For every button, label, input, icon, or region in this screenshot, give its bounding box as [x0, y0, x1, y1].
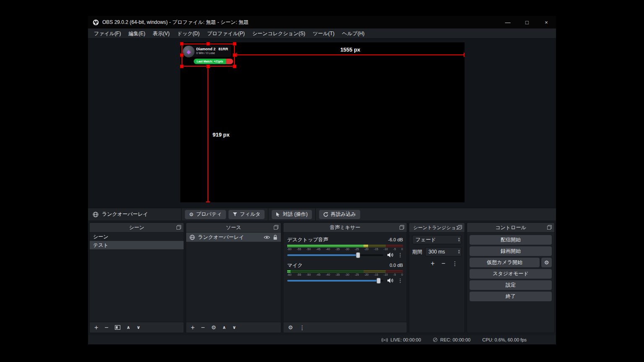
menu-item-view[interactable]: 表示(V) [149, 28, 173, 39]
dock-popout-icon[interactable] [400, 225, 404, 230]
virtual-camera-settings-button[interactable]: ⚙ [541, 258, 552, 267]
meter-scale: -60-55-50-45-40-35-30-25-20-15-10-50 [287, 248, 403, 251]
dock-area: シーン シーン テスト [88, 222, 556, 333]
remove-scene-button[interactable]: − [104, 324, 108, 331]
settings-button[interactable]: 設定 [470, 280, 552, 290]
resize-handle-bottom-left[interactable] [180, 65, 183, 68]
resize-handle-top-middle[interactable] [207, 42, 210, 45]
speaker-icon[interactable] [387, 278, 394, 283]
move-scene-down-button[interactable]: ∨ [137, 325, 140, 330]
width-guide-line [236, 54, 465, 55]
dock-popout-icon[interactable] [177, 225, 181, 230]
start-streaming-button[interactable]: 配信開始 [470, 235, 552, 245]
toolbar-divider [315, 208, 316, 220]
resize-handle-middle-right[interactable] [233, 54, 236, 57]
controls-dock: コントロール 配信開始 録画開始 仮想カメラ開始 ⚙ [467, 222, 555, 333]
transitions-dock-header[interactable]: シーントランジション [409, 223, 465, 233]
mixer-channel-mic: マイク 0.0 dB -60-55-50-45-40-35-30-25-20-1… [287, 262, 403, 283]
start-virtual-camera-button[interactable]: 仮想カメラ開始 [470, 258, 540, 267]
close-button[interactable]: × [537, 16, 556, 28]
scene-list-item[interactable]: シーン [90, 233, 184, 241]
channel-menu-button[interactable]: ⋮ [397, 278, 403, 283]
menu-item-file[interactable]: ファイル(F) [90, 28, 125, 39]
cpu-fps-status: CPU: 0.6%, 60.00 fps [482, 337, 527, 342]
remove-source-button[interactable]: − [201, 324, 205, 331]
gear-icon: ⚙ [189, 212, 194, 217]
resize-handle-middle-left[interactable] [180, 54, 183, 57]
interact-button[interactable]: 対話 (操作) [272, 210, 312, 219]
menu-item-edit[interactable]: 編集(E) [125, 28, 149, 39]
live-time: LIVE: 00:00:00 [390, 337, 421, 342]
studio-mode-button[interactable]: スタジオモード [470, 269, 552, 279]
channel-menu-button[interactable]: ⋮ [397, 252, 403, 258]
preview-area[interactable]: Diamond 2 81RR 0 Win / 0 Lose ◆ Last Mat… [88, 39, 556, 208]
menubar: ファイル(F) 編集(E) 表示(V) ドック(D) プロファイル(P) シーン… [88, 28, 556, 39]
channel-volume-db: 0.0 dB [390, 263, 403, 268]
scenes-dock-header[interactable]: シーン [90, 223, 184, 233]
move-scene-up-button[interactable]: ∧ [127, 325, 130, 330]
channel-name: マイク [287, 262, 303, 269]
resize-handle-bottom-middle[interactable] [207, 65, 210, 68]
volume-slider[interactable] [287, 280, 383, 282]
sources-list: ランクオーバーレイ [186, 233, 281, 322]
scene-grid-mode-button[interactable] [115, 325, 120, 330]
scene-list-item-selected[interactable]: テスト [90, 241, 184, 249]
start-recording-button[interactable]: 録画開始 [470, 246, 552, 256]
selected-source-bounding-box[interactable]: Diamond 2 81RR 0 Win / 0 Lose ◆ Last Mat… [182, 44, 235, 67]
source-list-item-selected[interactable]: ランクオーバーレイ [186, 233, 281, 242]
resize-handle-bottom-right[interactable] [233, 65, 236, 68]
mixer-menu-button[interactable]: ⋮ [299, 325, 305, 331]
chevron-down-icon: ∨ [458, 252, 460, 254]
move-source-down-button[interactable]: ∨ [232, 325, 236, 330]
combo-spinner[interactable]: ∧ ∨ [458, 238, 460, 242]
resize-handle-top-right[interactable] [233, 42, 236, 45]
minimize-button[interactable]: — [498, 16, 517, 28]
menu-item-profile[interactable]: プロファイル(P) [203, 28, 249, 39]
speaker-icon[interactable] [387, 252, 394, 258]
last-match-bar-remainder [226, 59, 233, 64]
volume-slider-handle[interactable] [377, 278, 381, 284]
add-scene-button[interactable]: + [94, 324, 98, 331]
transition-select[interactable]: フェード ∧ ∨ [412, 235, 462, 244]
add-source-button[interactable]: + [191, 324, 195, 331]
maximize-button[interactable]: □ [517, 16, 537, 28]
visibility-eye-icon[interactable] [264, 235, 270, 239]
dock-popout-icon[interactable] [274, 225, 278, 230]
dock-popout-icon[interactable] [547, 225, 552, 230]
remove-transition-button[interactable]: − [441, 260, 445, 267]
record-disabled-icon [433, 337, 438, 342]
advanced-audio-gear-icon[interactable]: ⚙ [288, 325, 293, 330]
menu-item-scene-collection[interactable]: シーンコレクション(S) [249, 28, 309, 39]
refresh-button[interactable]: 再読み込み [319, 210, 361, 219]
channel-name: デスクトップ音声 [287, 236, 328, 243]
lock-icon[interactable] [273, 235, 278, 240]
add-transition-button[interactable]: + [431, 260, 434, 267]
diamond-rank-icon: ◆ [187, 49, 191, 54]
source-properties-gear-icon[interactable]: ⚙ [211, 325, 216, 330]
filter-icon [233, 212, 237, 217]
scenes-list: シーン テスト [90, 233, 184, 322]
properties-button[interactable]: ⚙ プロパティ [185, 210, 226, 219]
exit-button[interactable]: 終了 [470, 292, 552, 301]
toolbar-divider [268, 208, 268, 220]
menu-item-tools[interactable]: ツール(T) [309, 28, 338, 39]
controls-dock-header[interactable]: コントロール [467, 223, 554, 233]
titlebar[interactable]: OBS 29.0.2 (64-bit, windows) - プロファイル: 無… [88, 16, 556, 28]
sources-dock-header[interactable]: ソース [186, 223, 281, 233]
move-source-up-button[interactable]: ∧ [222, 325, 226, 330]
mixer-dock-header[interactable]: 音声ミキサー [283, 223, 407, 233]
height-guide-label: 919 px [213, 132, 229, 138]
filters-button[interactable]: フィルタ [229, 210, 265, 219]
height-guide-line [208, 67, 208, 202]
dock-popout-icon[interactable] [457, 225, 462, 230]
volume-slider-handle[interactable] [356, 252, 360, 258]
menu-item-docks[interactable]: ドック(D) [173, 28, 203, 39]
sources-dock-title: ソース [226, 224, 242, 231]
duration-spinbox[interactable]: 300 ms ∧ ∨ [425, 247, 462, 256]
transition-properties-button[interactable]: ⋮ [452, 261, 458, 266]
menu-item-help[interactable]: ヘルプ(H) [338, 28, 369, 39]
volume-slider[interactable] [287, 254, 383, 256]
resize-handle-top-left[interactable] [180, 42, 183, 45]
spinbox-spinner[interactable]: ∧ ∨ [458, 250, 460, 254]
program-canvas[interactable]: Diamond 2 81RR 0 Win / 0 Lose ◆ Last Mat… [180, 42, 465, 202]
